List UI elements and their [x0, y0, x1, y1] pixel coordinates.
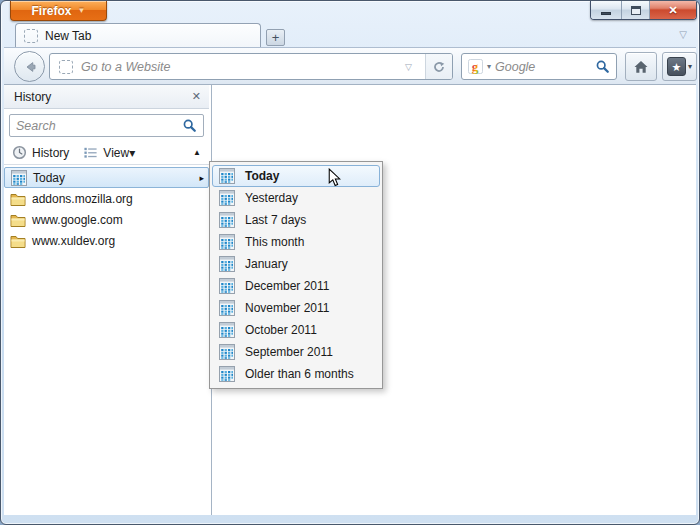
history-menu-button[interactable]: History: [12, 145, 69, 160]
menu-item-this-month[interactable]: This month: [212, 231, 380, 253]
sidebar-toolbar: History View▾ ▲: [4, 141, 209, 165]
folder-icon: [10, 233, 26, 249]
calendar-icon: [219, 344, 235, 360]
maximize-button[interactable]: [622, 1, 650, 19]
chevron-down-icon: ▼: [78, 6, 86, 15]
search-icon: [182, 118, 197, 133]
close-button[interactable]: ✕: [650, 1, 696, 19]
menu-item-label: This month: [245, 235, 304, 249]
menu-item-label: Yesterday: [245, 191, 298, 205]
menu-item-label: January: [245, 257, 288, 271]
calendar-icon: [219, 322, 235, 338]
firefox-app-menu-button[interactable]: Firefox ▼: [10, 1, 107, 21]
menu-item-yesterday[interactable]: Yesterday: [212, 187, 380, 209]
favicon-placeholder-icon: [24, 29, 38, 43]
menu-item-label: Older than 6 months: [245, 367, 354, 381]
minimize-button[interactable]: [591, 1, 622, 19]
sidebar-search: [4, 109, 209, 141]
chevron-down-icon: ▾: [688, 62, 692, 71]
tab-new-tab[interactable]: New Tab: [15, 23, 261, 47]
tree-item-label: www.xuldev.org: [32, 234, 115, 248]
chevron-right-icon: ▸: [199, 173, 204, 183]
list-view-icon: [83, 145, 98, 160]
menu-item-september-2011[interactable]: September 2011: [212, 341, 380, 363]
firefox-app-menu-label: Firefox: [32, 4, 72, 18]
minimize-icon: [601, 12, 611, 15]
menu-item-label: Last 7 days: [245, 213, 306, 227]
url-input[interactable]: [81, 60, 392, 74]
date-range-popup-menu: Today Yesterday Last 7 days This month J…: [209, 161, 383, 389]
history-tree: Today ▸ addons.mozilla.org www.google.co…: [4, 165, 209, 251]
menu-item-january[interactable]: January: [212, 253, 380, 275]
collapse-button[interactable]: ▲: [193, 148, 201, 157]
browser-window: Firefox ▼ ✕ New Tab + ▽ ▽ ▾: [0, 0, 700, 525]
tree-item-label: www.google.com: [32, 213, 123, 227]
menu-item-november-2011[interactable]: November 2011: [212, 297, 380, 319]
new-tab-button[interactable]: +: [266, 29, 285, 46]
list-all-tabs-button[interactable]: ▽: [679, 29, 687, 40]
clock-icon: [12, 145, 27, 160]
navigation-toolbar: ▽ ▾ ★ ▾: [4, 47, 696, 85]
search-engine-dropdown[interactable]: ▾: [487, 62, 491, 71]
back-button[interactable]: [14, 51, 45, 82]
tree-item-label: Today: [33, 171, 65, 185]
menu-item-older-than-6-months[interactable]: Older than 6 months: [212, 363, 380, 385]
urlbar-dropdown-button[interactable]: ▽: [400, 62, 417, 72]
tree-item-label: addons.mozilla.org: [32, 192, 133, 206]
calendar-icon: [219, 256, 235, 272]
home-button[interactable]: [625, 52, 657, 81]
window-controls: ✕: [590, 1, 697, 20]
search-go-button[interactable]: [595, 59, 610, 74]
tree-item-folder[interactable]: www.xuldev.org: [4, 230, 209, 251]
menu-item-label: October 2011: [245, 323, 317, 337]
menu-item-today[interactable]: Today: [212, 165, 380, 187]
tab-title: New Tab: [45, 29, 91, 43]
calendar-icon: [11, 170, 27, 186]
google-logo-icon[interactable]: [468, 59, 483, 74]
calendar-icon: [219, 234, 235, 250]
calendar-icon: [219, 366, 235, 382]
calendar-icon: [219, 190, 235, 206]
tree-item-today[interactable]: Today ▸: [4, 167, 209, 188]
search-input[interactable]: [495, 60, 591, 74]
tree-item-folder[interactable]: www.google.com: [4, 209, 209, 230]
menu-item-december-2011[interactable]: December 2011: [212, 275, 380, 297]
star-icon: ★: [667, 57, 686, 76]
menu-item-october-2011[interactable]: October 2011: [212, 319, 380, 341]
sidebar-title: History: [14, 90, 192, 104]
bookmarks-button[interactable]: ★ ▾: [662, 52, 697, 81]
tree-item-folder[interactable]: addons.mozilla.org: [4, 188, 209, 209]
sidebar-header: History ✕: [4, 85, 209, 109]
view-menu-button[interactable]: View▾: [83, 145, 135, 160]
menu-item-label: November 2011: [245, 301, 330, 315]
sidebar-search-input[interactable]: [16, 119, 182, 133]
search-bar: ▾: [461, 53, 617, 80]
reload-icon: [432, 60, 446, 74]
folder-icon: [10, 191, 26, 207]
history-sidebar: History ✕ History View▾ ▲: [4, 85, 209, 515]
home-icon: [633, 59, 649, 75]
menu-item-label: Today: [245, 169, 279, 183]
calendar-icon: [219, 212, 235, 228]
site-identity-placeholder-icon: [59, 60, 73, 74]
menu-item-last-7-days[interactable]: Last 7 days: [212, 209, 380, 231]
calendar-icon: [219, 278, 235, 294]
menu-item-label: December 2011: [245, 279, 330, 293]
menu-item-label: September 2011: [245, 345, 333, 359]
calendar-icon: [219, 300, 235, 316]
sidebar-close-button[interactable]: ✕: [192, 90, 201, 103]
folder-icon: [10, 212, 26, 228]
arrow-left-icon: [22, 59, 38, 75]
history-menu-label: History: [32, 146, 69, 160]
reload-button[interactable]: [425, 54, 452, 79]
close-icon: ✕: [668, 5, 677, 16]
calendar-icon: [219, 168, 235, 184]
url-bar: ▽: [49, 53, 453, 80]
maximize-icon: [631, 6, 641, 15]
view-menu-label: View▾: [103, 146, 135, 160]
